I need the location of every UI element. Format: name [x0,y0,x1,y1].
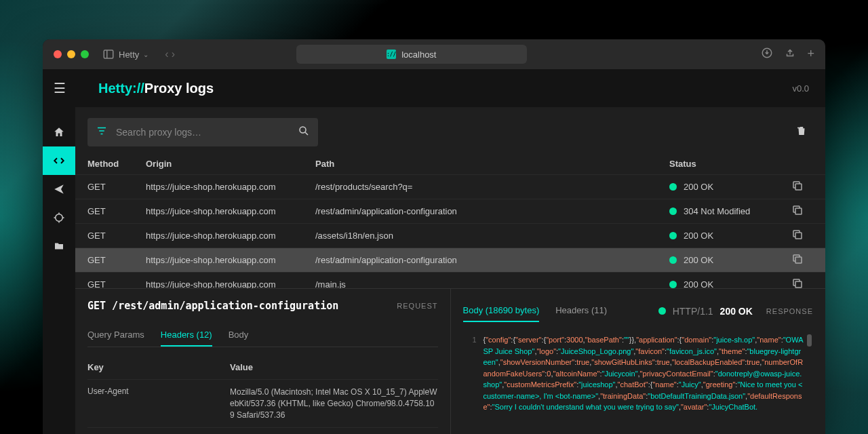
minimize-window-button[interactable] [67,50,75,58]
tab-group[interactable]: Hetty ⌄ [102,48,149,60]
json-content: {"config":{"server":{"port":3000,"basePa… [484,334,814,434]
search-icon[interactable] [298,125,310,140]
col-status: Status [669,159,791,169]
detail-panel: GET /rest/admin/application-configuratio… [75,288,825,434]
header-row: Refererhttps://juice-shop.herokuapp.com/ [87,427,438,434]
status-dot-icon [669,232,677,239]
chevron-down-icon: ⌄ [143,51,149,58]
logs-table: Method Origin Path Status GEThttps://jui… [75,153,825,288]
browser-window: Hetty ⌄ ‹ › :// localhost + ☰ Hetty://Pr… [43,39,825,434]
request-panel: GET /rest/admin/application-configuratio… [75,289,451,434]
search-input[interactable] [116,127,290,138]
table-row[interactable]: GEThttps://juice-shop.herokuapp.com/asse… [75,223,825,248]
page-title: Hetty://Proxy logs [98,80,214,96]
close-window-button[interactable] [54,50,62,58]
copy-icon[interactable] [791,233,804,243]
table-row[interactable]: GEThttps://juice-shop.herokuapp.com/main… [75,272,825,288]
col-path: Path [315,159,669,169]
tab-body[interactable]: Body [229,324,249,347]
col-method: Method [87,159,146,169]
kv-key-header: Key [87,362,230,372]
response-body-viewer[interactable]: 1 {"config":{"server":{"port":3000,"base… [463,334,814,434]
status-dot-icon [658,307,666,315]
response-status: HTTP/1.1 200 OK [658,306,753,317]
svg-point-3 [56,214,63,222]
copy-icon[interactable] [791,281,804,288]
forward-button[interactable]: › [172,48,175,60]
tab-response-headers[interactable]: Headers (11) [555,300,607,322]
sidebar-item-proxy[interactable] [43,146,75,175]
sidebar-item-projects[interactable] [43,232,75,260]
tab-headers[interactable]: Headers (12) [161,324,212,347]
response-panel: Body (18690 bytes) Headers (11) HTTP/1.1… [451,289,826,434]
status-dot-icon [669,281,677,288]
request-label: REQUEST [397,302,437,310]
traffic-lights [54,50,89,58]
sidebar [43,107,75,434]
table-row[interactable]: GEThttps://juice-shop.herokuapp.com/rest… [75,174,825,199]
filter-icon[interactable] [96,125,108,140]
clear-logs-button[interactable] [795,125,813,140]
tab-label: Hetty [119,50,139,60]
svg-rect-8 [795,257,802,263]
status-dot-icon [669,208,677,215]
svg-rect-7 [795,233,802,239]
svg-rect-9 [795,281,802,288]
tab-query-params[interactable]: Query Params [87,324,144,347]
content: Method Origin Path Status GEThttps://jui… [75,107,825,434]
version-label: v0.0 [792,83,809,94]
downloads-icon[interactable] [761,47,773,62]
site-icon: :// [387,50,396,59]
scrollbar-thumb[interactable] [807,334,812,347]
copy-icon[interactable] [791,208,804,218]
sidebar-item-scope[interactable] [43,203,75,232]
maximize-window-button[interactable] [81,50,89,58]
share-icon[interactable] [784,47,796,62]
svg-point-4 [300,127,306,133]
header-row: User-AgentMozilla/5.0 (Macintosh; Intel … [87,379,438,427]
svg-rect-5 [795,184,802,190]
line-number: 1 [463,334,484,434]
sidebar-item-sender[interactable] [43,175,75,203]
status-dot-icon [669,183,677,191]
copy-icon[interactable] [791,257,804,267]
menu-icon[interactable]: ☰ [54,80,66,96]
svg-rect-0 [104,50,113,58]
back-button[interactable]: ‹ [165,48,168,60]
copy-icon[interactable] [791,184,804,194]
url-bar[interactable]: :// localhost [296,45,527,64]
svg-rect-6 [795,208,802,214]
sidebar-item-home[interactable] [43,118,75,146]
titlebar: Hetty ⌄ ‹ › :// localhost + [43,39,825,69]
table-row[interactable]: GEThttps://juice-shop.herokuapp.com/rest… [75,248,825,272]
response-label: RESPONSE [766,307,813,315]
table-header: Method Origin Path Status [75,153,825,174]
sidebar-toggle-icon [102,48,115,60]
search-box [87,118,318,146]
tab-response-body[interactable]: Body (18690 bytes) [463,300,540,322]
request-title: GET /rest/admin/application-configuratio… [87,300,338,312]
new-tab-button[interactable]: + [807,47,814,62]
app-header: ☰ Hetty://Proxy logs v0.0 [43,69,825,107]
url-host: localhost [401,50,436,60]
status-dot-icon [669,256,677,264]
table-row[interactable]: GEThttps://juice-shop.herokuapp.com/rest… [75,199,825,223]
kv-value-header: Value [230,362,438,372]
col-origin: Origin [146,159,315,169]
